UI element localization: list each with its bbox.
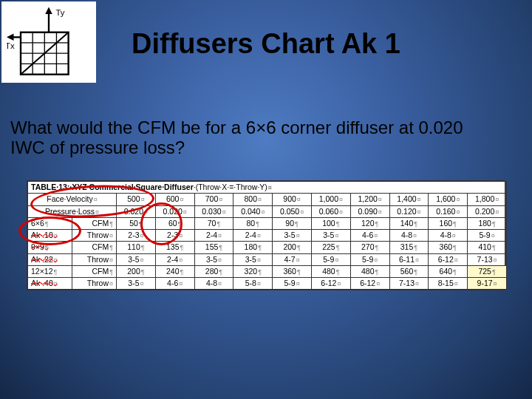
row-6x6-throw: Ak·.10 Throw 2-3 2-3 2-4 2-4 3-5 3-5 4-6… [28,230,507,242]
diffuser-table: TABLE·13:·XYZ·Commercial·Square·Diffuser… [27,180,505,290]
row-9x9-throw: Ak·.22 Throw 3-5 2-4 3-5 3-5 4-7 5-9 5-9… [28,253,507,265]
pressure-loss-label: Pressure·Loss [28,205,117,217]
row-6x6-cfm: 6×6 CFM 50 60 70 80 90 100 120 140 160 1… [28,217,507,229]
question-text: What would the CFM be for a 6×6 corner d… [10,118,488,158]
row-12x12-cfm: 12×12 CFM 200 240 280 320 360 480 480 56… [28,265,507,277]
svg-marker-1 [45,7,52,15]
pressure-loss-row: Pressure·Loss 0.020 0.020 0.030 0.040 0.… [28,205,507,217]
face-velocity-row: Face·Velocity 500 600 700 800 900 1,000 … [28,194,507,205]
slide-title: Diffusers Chart Ak 1 [0,28,532,60]
ty-label: Ty [56,8,65,17]
row-9x9-cfm: 9×9 CFM 110 135 155 180 200 225 270 315 … [28,242,507,253]
table-title: TABLE·13:·XYZ·Commercial·Square·Diffuser… [28,182,507,194]
row-12x12-throw: Ak·.40 Throw 3-5 4-6 4-8 5-8 5-9 6-12 6-… [28,278,507,290]
face-velocity-label: Face·Velocity [28,194,117,205]
